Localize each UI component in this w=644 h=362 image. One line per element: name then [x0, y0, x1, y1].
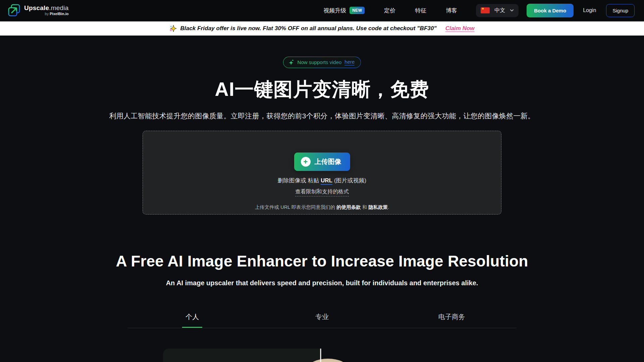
logo-byline: by PixelBin.io	[24, 12, 69, 16]
navbar: Upscale.media by PixelBin.io 视频升级 NEW 定价…	[0, 0, 644, 21]
upload-terms: 上传文件或 URL 即表示您同意我们的 的使用条款 和 隐私政策.	[143, 204, 501, 210]
promo-banner: Black Friday offer is live now. Flat 30%…	[0, 21, 644, 36]
plus-icon: +	[301, 157, 311, 167]
before-after-image	[163, 349, 478, 362]
nav-link-pricing[interactable]: 定价	[384, 7, 395, 14]
upload-image-button[interactable]: + 上传图像	[294, 153, 350, 171]
logo-title: Upscale.media	[24, 5, 69, 11]
before-image-half	[163, 349, 321, 362]
supported-formats-link[interactable]: 查看限制和支持的格式	[295, 188, 349, 196]
hero-section: Now supports video here AI一键图片变清晰，免费 利用人…	[0, 36, 644, 121]
video-support-pill[interactable]: Now supports video here	[283, 57, 361, 68]
chevron-down-icon	[510, 8, 514, 12]
page-title: AI一键图片变清晰，免费	[0, 77, 644, 103]
signup-button[interactable]: Signup	[606, 4, 635, 17]
language-label: 中文	[494, 7, 505, 14]
tab-professional[interactable]: 专业	[257, 310, 387, 328]
tab-personal[interactable]: 个人	[127, 310, 257, 328]
upload-dropzone[interactable]: + 上传图像 删除图像或 粘贴 URL (图片或视频) 查看限制和支持的格式 上…	[143, 131, 501, 215]
login-button[interactable]: Login	[583, 7, 596, 13]
features-section: A Free AI Image Enhancer to Increase Ima…	[0, 252, 644, 287]
china-flag-icon: ★	[481, 7, 490, 13]
pill-text: Now supports video	[298, 59, 342, 65]
tab-ecommerce[interactable]: 电子商务	[387, 310, 517, 328]
language-selector[interactable]: ★ 中文	[476, 4, 519, 17]
book-demo-button[interactable]: Book a Demo	[527, 4, 574, 17]
privacy-policy-link[interactable]: 隐私政策	[368, 204, 388, 210]
nav-links: 视频升级 NEW 定价 特征 博客	[323, 7, 457, 14]
nav-link-video-upscale[interactable]: 视频升级 NEW	[323, 7, 365, 14]
new-badge: NEW	[350, 7, 365, 14]
upscale-logo-icon	[7, 4, 21, 17]
audience-tabs: 个人 专业 电子商务	[127, 310, 517, 328]
features-subtitle: An AI image upscaler that delivers speed…	[0, 279, 644, 287]
claim-now-link[interactable]: Claim Now	[445, 25, 475, 32]
comparison-slider-handle[interactable]	[320, 349, 321, 362]
sparkle-icon	[289, 59, 294, 65]
logo[interactable]: Upscale.media by PixelBin.io	[7, 4, 69, 17]
pill-here-link[interactable]: here	[344, 59, 355, 65]
sparkle-star-icon	[169, 25, 177, 32]
upload-hint: 删除图像或 粘贴 URL (图片或视频)	[143, 177, 501, 184]
features-title: A Free AI Image Enhancer to Increase Ima…	[0, 252, 644, 270]
paste-url-link[interactable]: URL	[321, 177, 332, 185]
hero-subtitle: 利用人工智能技术提升您的图像质量。立即注册，获得您的前3个积分，体验图片变清晰、…	[0, 111, 644, 121]
banner-text: Black Friday offer is live now. Flat 30%…	[180, 25, 436, 32]
nav-link-features[interactable]: 特征	[415, 7, 426, 14]
nav-link-blog[interactable]: 博客	[446, 7, 457, 14]
terms-of-use-link[interactable]: 的使用条款	[336, 204, 361, 210]
